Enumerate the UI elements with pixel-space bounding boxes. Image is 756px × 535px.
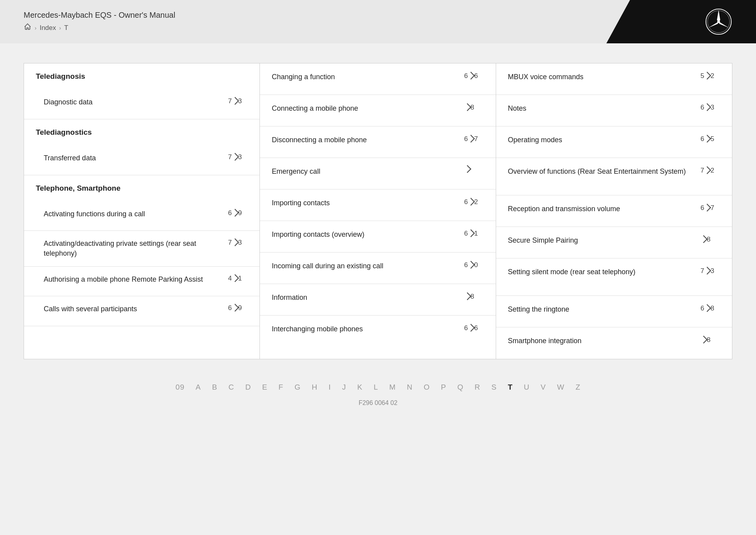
breadcrumb-index[interactable]: Index bbox=[40, 24, 56, 32]
section-heading-telephone: Telephone, Smartphone bbox=[24, 175, 259, 201]
logo-area bbox=[606, 0, 756, 43]
manual-title: Mercedes-Maybach EQS - Owner's Manual bbox=[24, 11, 175, 20]
list-item: Calls with several participants 69 bbox=[24, 296, 259, 326]
item-page: 8 bbox=[700, 336, 720, 344]
alpha-G[interactable]: G bbox=[295, 383, 301, 392]
alpha-D[interactable]: D bbox=[245, 383, 251, 392]
item-label: Information bbox=[272, 293, 460, 303]
alpha-H[interactable]: H bbox=[312, 383, 318, 392]
item-label: Setting the ringtone bbox=[508, 305, 697, 314]
list-item: Setting silent mode (rear seat telephony… bbox=[496, 258, 732, 296]
alpha-09[interactable]: 09 bbox=[176, 383, 185, 392]
item-page: 73 bbox=[228, 153, 248, 161]
alpha-P[interactable]: P bbox=[441, 383, 447, 392]
list-item: Smartphone integration 8 bbox=[496, 327, 732, 359]
list-item: Transferred data 73 bbox=[24, 145, 259, 175]
alpha-R[interactable]: R bbox=[474, 383, 480, 392]
section-heading-telediagnostics: Telediagnostics bbox=[24, 119, 259, 145]
alpha-Q[interactable]: Q bbox=[458, 383, 464, 392]
alpha-N[interactable]: N bbox=[407, 383, 413, 392]
item-page: 8 bbox=[700, 236, 720, 243]
header-content: Mercedes-Maybach EQS - Owner's Manual › … bbox=[24, 11, 175, 33]
item-label: Reception and transmission volume bbox=[508, 204, 697, 214]
alpha-C[interactable]: C bbox=[228, 383, 234, 392]
alpha-T[interactable]: T bbox=[508, 383, 513, 392]
alpha-L[interactable]: L bbox=[374, 383, 378, 392]
alphabet-nav: 09 A B C D E F G H I J K L M N O P Q R S… bbox=[0, 371, 756, 399]
alpha-B[interactable]: B bbox=[212, 383, 218, 392]
list-item: Disconnecting a mobile phone 67 bbox=[260, 126, 495, 158]
alpha-S[interactable]: S bbox=[491, 383, 497, 392]
alpha-M[interactable]: M bbox=[389, 383, 396, 392]
section-telediagnostics: Telediagnostics Transferred data 73 bbox=[24, 119, 259, 175]
item-label: Activating/deactivating private settings… bbox=[44, 239, 224, 258]
item-page: 8 bbox=[464, 104, 484, 111]
section-telediagnosis: Telediagnosis Diagnostic data 73 bbox=[24, 63, 259, 119]
svg-marker-7 bbox=[708, 22, 719, 28]
item-page: 61 bbox=[464, 230, 484, 238]
list-item: Information 8 bbox=[260, 284, 495, 316]
item-label: MBUX voice commands bbox=[508, 72, 697, 82]
item-page: 69 bbox=[228, 209, 248, 217]
svg-point-8 bbox=[717, 20, 720, 23]
alpha-E[interactable]: E bbox=[262, 383, 268, 392]
item-page: 68 bbox=[700, 305, 720, 312]
mercedes-logo bbox=[705, 8, 732, 35]
item-label: Changing a function bbox=[272, 72, 460, 82]
item-page: 73 bbox=[700, 267, 720, 275]
item-label: Connecting a mobile phone bbox=[272, 104, 460, 113]
item-page: 69 bbox=[228, 304, 248, 312]
alpha-W[interactable]: W bbox=[557, 383, 565, 392]
middle-column: Changing a function 66 Connecting a mobi… bbox=[260, 63, 496, 359]
list-item: Reception and transmission volume 67 bbox=[496, 195, 732, 227]
alpha-Z[interactable]: Z bbox=[576, 383, 581, 392]
alpha-U[interactable]: U bbox=[524, 383, 530, 392]
breadcrumb-sep-2: › bbox=[59, 25, 61, 31]
item-label: Setting silent mode (rear seat telephony… bbox=[508, 267, 697, 277]
left-column: Telediagnosis Diagnostic data 73 Teledia… bbox=[24, 63, 260, 359]
item-label: Importing contacts (overview) bbox=[272, 230, 460, 240]
item-label: Disconnecting a mobile phone bbox=[272, 135, 460, 145]
alpha-I[interactable]: I bbox=[328, 383, 331, 392]
alpha-K[interactable]: K bbox=[357, 383, 363, 392]
item-label: Diagnostic data bbox=[44, 97, 224, 107]
breadcrumb-sep-1: › bbox=[35, 25, 37, 31]
list-item: Activating/deactivating private settings… bbox=[24, 231, 259, 267]
item-page: 52 bbox=[700, 72, 720, 80]
item-label: Secure Simple Pairing bbox=[508, 236, 697, 245]
alpha-O[interactable]: O bbox=[424, 383, 430, 392]
footer-code: F296 0064 02 bbox=[0, 399, 756, 414]
list-item: Interchanging mobile phones 66 bbox=[260, 316, 495, 347]
item-label: Importing contacts bbox=[272, 198, 460, 208]
item-label: Authorising a mobile phone Remote Parkin… bbox=[44, 275, 224, 284]
list-item: Operating modes 65 bbox=[496, 126, 732, 158]
section-telephone: Telephone, Smartphone Activating functio… bbox=[24, 175, 259, 326]
item-page: 67 bbox=[464, 135, 484, 143]
item-page: 8 bbox=[464, 293, 484, 301]
item-page bbox=[464, 167, 484, 172]
item-label: Overview of functions (Rear Seat Enterta… bbox=[508, 167, 697, 176]
item-label: Smartphone integration bbox=[508, 336, 697, 346]
item-page: 73 bbox=[228, 97, 248, 105]
main-content: Telediagnosis Diagnostic data 73 Teledia… bbox=[0, 43, 756, 371]
header: Mercedes-Maybach EQS - Owner's Manual › … bbox=[0, 0, 756, 43]
home-icon[interactable] bbox=[24, 23, 32, 33]
right-column: MBUX voice commands 52 Notes 63 Operatin… bbox=[496, 63, 732, 359]
breadcrumb: › Index › T bbox=[24, 23, 175, 33]
item-label: Incoming call during an existing call bbox=[272, 261, 460, 271]
svg-marker-3 bbox=[717, 10, 719, 22]
item-page: 66 bbox=[464, 72, 484, 80]
alpha-F[interactable]: F bbox=[278, 383, 284, 392]
item-page: 67 bbox=[700, 204, 720, 212]
alpha-V[interactable]: V bbox=[541, 383, 546, 392]
list-item: Changing a function 66 bbox=[260, 63, 495, 95]
item-page: 73 bbox=[228, 239, 248, 247]
alpha-A[interactable]: A bbox=[196, 383, 201, 392]
list-item: Activating functions during a call 69 bbox=[24, 201, 259, 231]
item-label: Transferred data bbox=[44, 153, 224, 163]
item-page: 41 bbox=[228, 275, 248, 282]
alpha-J[interactable]: J bbox=[342, 383, 346, 392]
index-grid: Telediagnosis Diagnostic data 73 Teledia… bbox=[24, 63, 732, 359]
item-label: Emergency call bbox=[272, 167, 460, 176]
list-item: Connecting a mobile phone 8 bbox=[260, 95, 495, 126]
